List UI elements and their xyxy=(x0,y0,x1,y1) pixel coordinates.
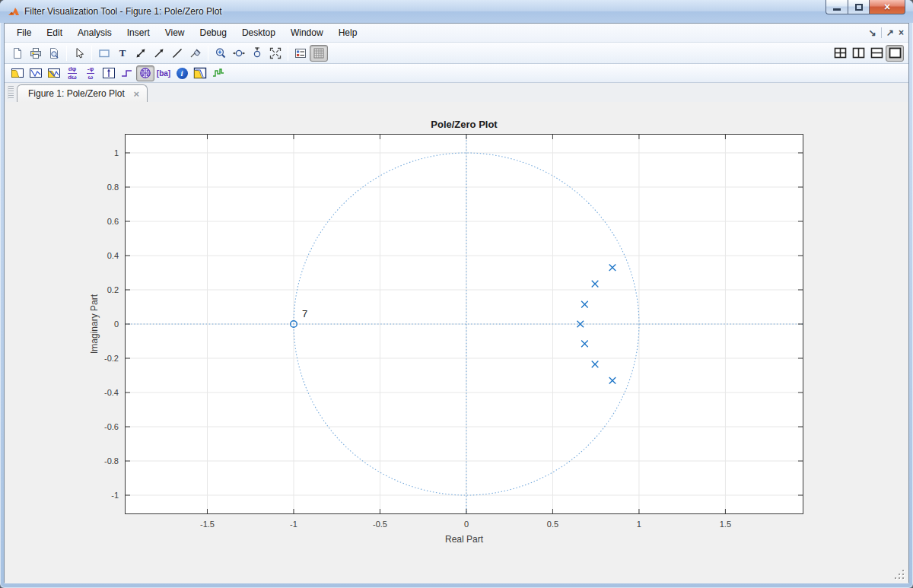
print-button[interactable] xyxy=(27,45,45,62)
y-tick-label: -0.6 xyxy=(104,422,119,431)
zoom-x-button[interactable] xyxy=(230,45,248,62)
zoom-in-button[interactable] xyxy=(212,45,230,62)
resize-grip[interactable] xyxy=(895,570,904,579)
menu-desktop[interactable]: Desktop xyxy=(234,24,283,41)
layout-quad-button[interactable] xyxy=(831,45,849,62)
text-tool-icon: T xyxy=(119,47,126,59)
menu-insert[interactable]: Insert xyxy=(119,24,157,41)
magnitude-response-button[interactable] xyxy=(8,65,27,81)
menu-view[interactable]: View xyxy=(157,24,192,41)
print-preview-icon xyxy=(48,47,60,59)
legend-icon xyxy=(294,47,307,59)
tab-close-icon[interactable]: × xyxy=(132,89,141,99)
y-tick-label: -1 xyxy=(111,491,119,500)
pole-marker[interactable] xyxy=(581,301,588,308)
main-toolbar: T xyxy=(5,43,908,64)
line-icon xyxy=(171,47,183,59)
window-content: File Edit Analysis Insert View Debug Des… xyxy=(4,23,909,583)
pointer-icon xyxy=(73,47,85,59)
noise-psd-button[interactable] xyxy=(209,65,227,81)
phase-response-button[interactable] xyxy=(27,65,45,81)
tab-grip-handle[interactable] xyxy=(8,86,14,99)
group-delay-icon: dφ dω xyxy=(68,66,78,81)
x-tick-label: -1 xyxy=(290,520,297,529)
grid-toggle-button[interactable] xyxy=(310,45,328,62)
legend-toggle-button[interactable] xyxy=(291,45,310,62)
new-document-icon xyxy=(11,47,24,59)
layout-single-button[interactable] xyxy=(886,45,904,62)
insert-arrow-button[interactable] xyxy=(150,45,168,62)
maximize-button[interactable] xyxy=(848,0,870,14)
y-tick-label: 0.4 xyxy=(107,251,119,260)
dock-figure-icon[interactable]: ↘ xyxy=(869,28,876,37)
fvtool-window: Filter Visualization Tool - Figure 1: Po… xyxy=(0,0,913,588)
edit-plot-button[interactable] xyxy=(70,45,88,62)
menu-bar: File Edit Analysis Insert View Debug Des… xyxy=(5,24,908,43)
toolbar-separator xyxy=(288,46,288,61)
pole-marker[interactable] xyxy=(592,281,599,288)
x-tick-label: -1.5 xyxy=(200,520,215,529)
toolbar-close-icon[interactable]: × xyxy=(899,28,904,37)
menu-analysis[interactable]: Analysis xyxy=(70,24,119,41)
toolbar-separator xyxy=(208,46,208,61)
pole-marker[interactable] xyxy=(609,264,616,271)
insert-line-button[interactable] xyxy=(168,45,186,62)
magnitude-estimate-button[interactable] xyxy=(191,65,209,81)
menu-debug[interactable]: Debug xyxy=(192,24,234,41)
new-document-button[interactable] xyxy=(8,45,27,62)
filter-coefficients-button[interactable]: [ba] xyxy=(154,65,173,81)
tab-figure1[interactable]: Figure 1: Pole/Zero Plot × xyxy=(17,84,148,102)
menu-file[interactable]: File xyxy=(9,24,39,41)
phase-delay-button[interactable]: -φ ω xyxy=(81,65,100,81)
undock-icon[interactable]: ↗ xyxy=(886,28,894,37)
step-response-button[interactable] xyxy=(118,65,136,81)
pole-zero-plot-button[interactable] xyxy=(136,65,154,81)
x-tick-label: 0.5 xyxy=(547,520,558,529)
insert-double-arrow-button[interactable] xyxy=(132,45,150,62)
menu-help[interactable]: Help xyxy=(331,24,365,41)
pole-zero-plot[interactable]: -1.5-1-0.500.511.5-1-0.8-0.6-0.4-0.200.2… xyxy=(125,134,803,514)
insert-text-button[interactable]: T xyxy=(113,45,132,62)
phase-delay-icon: -φ ω xyxy=(87,66,94,81)
double-arrow-icon xyxy=(135,47,147,59)
zoom-y-icon xyxy=(251,47,263,59)
group-delay-button[interactable]: dφ dω xyxy=(63,65,81,81)
zoom-y-button[interactable] xyxy=(248,45,266,62)
zero-multiplicity-label: 7 xyxy=(302,308,307,319)
toolbar-separator xyxy=(66,46,67,61)
pin-icon xyxy=(189,47,202,59)
layout-buttons xyxy=(831,45,904,62)
pole-marker[interactable] xyxy=(609,377,616,384)
figure-area: Pole/Zero Plot Imaginary Part Real Part … xyxy=(5,102,908,583)
menu-edit[interactable]: Edit xyxy=(39,24,70,41)
y-tick-label: 0.6 xyxy=(107,217,119,226)
window-controls: × xyxy=(826,0,905,14)
filter-information-button[interactable]: i xyxy=(173,65,191,81)
title-bar[interactable]: Filter Visualization Tool - Figure 1: Po… xyxy=(0,0,913,23)
restore-view-button[interactable] xyxy=(266,45,285,62)
restore-view-icon xyxy=(269,47,282,59)
menu-window[interactable]: Window xyxy=(283,24,331,41)
pole-marker[interactable] xyxy=(592,361,599,368)
grid-icon xyxy=(313,47,325,59)
impulse-response-button[interactable] xyxy=(100,65,118,81)
pole-zero-plot-icon xyxy=(138,67,152,79)
magnitude-and-phase-button[interactable] xyxy=(45,65,63,81)
layout-two-horizontal-button[interactable] xyxy=(867,45,886,62)
insert-rectangle-button[interactable] xyxy=(95,45,113,62)
toolbar-separator xyxy=(91,46,92,61)
print-preview-button[interactable] xyxy=(45,45,63,62)
minimize-icon xyxy=(833,8,841,11)
x-tick-label: 1.5 xyxy=(720,520,731,529)
minimize-button[interactable] xyxy=(826,0,848,14)
magnitude-and-phase-icon xyxy=(47,67,61,79)
x-tick-label: 1 xyxy=(637,520,641,529)
close-button[interactable]: × xyxy=(870,0,905,14)
impulse-response-icon xyxy=(102,67,116,79)
pin-to-axes-button[interactable] xyxy=(186,45,205,62)
window-title: Filter Visualization Tool - Figure 1: Po… xyxy=(24,6,222,17)
y-tick-label: 0.2 xyxy=(107,285,119,294)
dock-controls: ↘ ↗ × xyxy=(869,24,904,42)
layout-two-vertical-button[interactable] xyxy=(849,45,867,62)
pole-marker[interactable] xyxy=(581,341,588,348)
